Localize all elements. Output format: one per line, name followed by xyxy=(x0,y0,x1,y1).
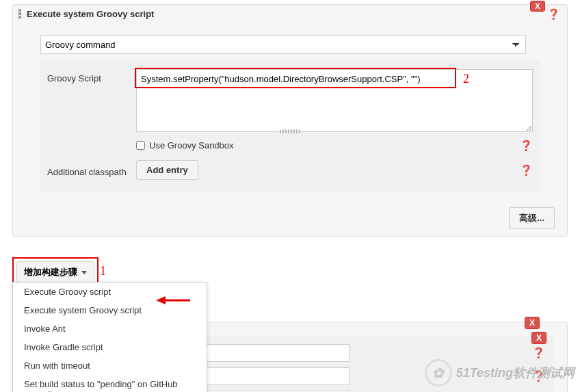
drag-handle-icon[interactable] xyxy=(17,8,23,20)
wechat-icon: ✿ xyxy=(425,359,452,387)
menu-item[interactable]: Execute Groovy script xyxy=(13,283,207,301)
menu-item[interactable]: Set build status to "pending" on GitHub … xyxy=(13,375,207,392)
script-panel: Groovy Script 2 Use Groovy Sandbox ❓ Add… xyxy=(40,61,540,192)
add-build-step-button[interactable]: 增加构建步骤 xyxy=(16,261,94,283)
resize-grip-icon[interactable] xyxy=(280,129,300,133)
add-entry-button[interactable]: Add entry xyxy=(136,160,198,180)
sandbox-checkbox[interactable] xyxy=(136,141,145,150)
annotation-number-1: 1 xyxy=(100,264,106,278)
add-build-step-area: 增加构建步骤 1 Execute Groovy script Execute s… xyxy=(12,257,568,287)
menu-item[interactable]: Run with timeout xyxy=(13,356,207,375)
groovy-script-textarea[interactable] xyxy=(136,69,533,132)
delete-button[interactable]: X xyxy=(531,332,546,344)
delete-step-button[interactable]: X xyxy=(530,1,545,12)
menu-item[interactable]: Invoke Gradle script xyxy=(13,338,207,356)
caret-down-icon xyxy=(81,271,87,274)
build-step-header: Execute system Groovy script X ❓ xyxy=(13,5,567,23)
advanced-button[interactable]: 高级... xyxy=(509,207,555,229)
watermark-text: 51Testing软件测试网 xyxy=(456,365,575,381)
classpath-label: Additional classpath xyxy=(47,163,136,177)
annotation-number-2: 2 xyxy=(463,72,469,86)
build-step-block: Execute system Groovy script X ❓ Groovy … xyxy=(12,4,568,237)
menu-item[interactable]: Execute system Groovy script xyxy=(13,301,207,319)
menu-item[interactable]: Invoke Ant xyxy=(13,319,207,338)
groovy-command-select[interactable]: Groovy command xyxy=(40,35,526,54)
build-step-title: Execute system Groovy script xyxy=(27,9,154,19)
groovy-script-label: Groovy Script xyxy=(47,69,136,83)
help-icon[interactable]: ❓ xyxy=(547,8,560,21)
add-build-step-label: 增加构建步骤 xyxy=(24,266,77,278)
help-icon[interactable]: ❓ xyxy=(520,140,533,152)
help-icon[interactable]: ❓ xyxy=(532,347,545,359)
delete-button[interactable]: X xyxy=(525,317,540,329)
sandbox-label: Use Groovy Sandbox xyxy=(149,140,234,151)
watermark: ✿ 51Testing软件测试网 xyxy=(425,359,575,387)
build-step-dropdown-menu: Execute Groovy script Execute system Gro… xyxy=(12,282,207,392)
help-icon[interactable]: ❓ xyxy=(520,164,533,177)
